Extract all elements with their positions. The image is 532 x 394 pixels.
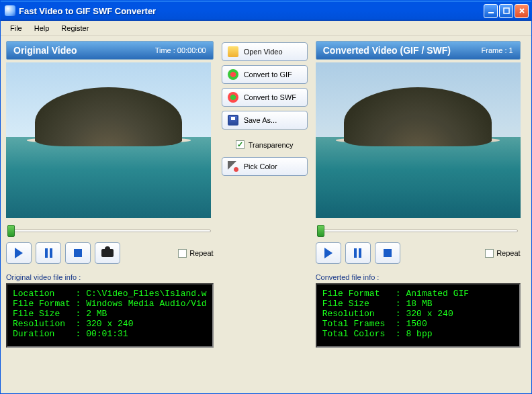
- converted-panel: Converted Video (GIF / SWF) Frame : 1 Re…: [316, 41, 521, 388]
- converted-info-label: Converted file info :: [316, 273, 521, 281]
- svg-rect-1: [504, 8, 509, 13]
- save-icon: [228, 115, 238, 126]
- maximize-button[interactable]: [499, 4, 513, 18]
- menu-file[interactable]: File: [5, 23, 28, 34]
- window-controls: [484, 4, 529, 18]
- converted-info-console: File Format : Animated GIF File Size : 1…: [316, 283, 521, 348]
- original-header: Original Video Time : 00:00:00: [6, 41, 214, 60]
- original-controls: Repeat: [6, 242, 214, 264]
- app-window: Fast Video to GIF SWF Converter File Hel…: [0, 0, 532, 394]
- folder-open-icon: [228, 46, 238, 57]
- original-seek-slider[interactable]: [6, 225, 214, 237]
- original-header-title: Original Video: [13, 45, 77, 56]
- convert-gif-label: Convert to GIF: [244, 70, 292, 79]
- play-button[interactable]: [316, 242, 341, 264]
- menu-help[interactable]: Help: [29, 23, 55, 34]
- open-video-label: Open Video: [244, 48, 283, 56]
- original-time: Time : 00:00:00: [155, 46, 206, 54]
- menubar: File Help Register: [1, 21, 531, 36]
- converted-controls: Repeat: [316, 242, 521, 264]
- close-button[interactable]: [515, 4, 529, 18]
- converted-frame: Frame : 1: [482, 46, 513, 54]
- convert-swf-button[interactable]: Convert to SWF: [222, 88, 308, 107]
- converted-repeat-checkbox[interactable]: [485, 249, 494, 258]
- converted-seek-slider[interactable]: [316, 225, 521, 237]
- convert-gif-icon: [228, 69, 238, 80]
- converted-header-title: Converted Video (GIF / SWF): [323, 45, 451, 56]
- svg-rect-0: [488, 12, 494, 13]
- convert-swf-icon: [228, 92, 238, 103]
- original-info-label: Original video file info :: [6, 273, 214, 281]
- converted-header: Converted Video (GIF / SWF) Frame : 1: [316, 41, 521, 60]
- original-video-preview: [6, 62, 211, 218]
- actions-panel: Open Video Convert to GIF Convert to SWF…: [218, 41, 312, 388]
- window-title: Fast Video to GIF SWF Converter: [19, 6, 484, 16]
- app-icon: [5, 5, 15, 16]
- stop-button[interactable]: [65, 242, 91, 264]
- play-icon: [324, 248, 332, 258]
- content-area: Original Video Time : 00:00:00 Repeat: [1, 36, 531, 393]
- original-repeat-checkbox[interactable]: [178, 249, 187, 258]
- transparency-label: Transparency: [249, 141, 294, 149]
- convert-swf-label: Convert to SWF: [244, 93, 296, 101]
- slider-thumb-icon[interactable]: [7, 225, 15, 237]
- stop-button[interactable]: [375, 242, 400, 264]
- menu-register[interactable]: Register: [56, 23, 94, 34]
- original-repeat-label: Repeat: [189, 249, 213, 257]
- titlebar[interactable]: Fast Video to GIF SWF Converter: [1, 1, 531, 21]
- pause-button[interactable]: [345, 242, 371, 264]
- minimize-button[interactable]: [484, 4, 498, 18]
- slider-thumb-icon[interactable]: [317, 225, 324, 237]
- converted-video-preview: [316, 62, 521, 218]
- original-info-console: Location : C:\Video_Files\Island.w File …: [6, 283, 214, 348]
- stop-icon: [74, 249, 82, 257]
- stop-icon: [384, 249, 392, 257]
- save-as-label: Save As...: [244, 116, 277, 124]
- pick-color-button[interactable]: Pick Color: [222, 157, 308, 176]
- play-button[interactable]: [6, 242, 32, 264]
- pause-icon: [45, 248, 52, 258]
- pause-icon: [354, 248, 361, 258]
- converted-repeat-label: Repeat: [496, 249, 520, 257]
- camera-icon: [101, 249, 114, 257]
- pause-button[interactable]: [36, 242, 61, 264]
- eyedropper-icon: [228, 161, 238, 172]
- save-as-button[interactable]: Save As...: [222, 111, 308, 130]
- snapshot-button[interactable]: [95, 242, 120, 264]
- open-video-button[interactable]: Open Video: [222, 42, 308, 61]
- pick-color-label: Pick Color: [244, 162, 277, 170]
- play-icon: [15, 248, 23, 258]
- transparency-checkbox[interactable]: [236, 140, 245, 149]
- original-panel: Original Video Time : 00:00:00 Repeat: [6, 41, 214, 388]
- convert-gif-button[interactable]: Convert to GIF: [222, 65, 308, 84]
